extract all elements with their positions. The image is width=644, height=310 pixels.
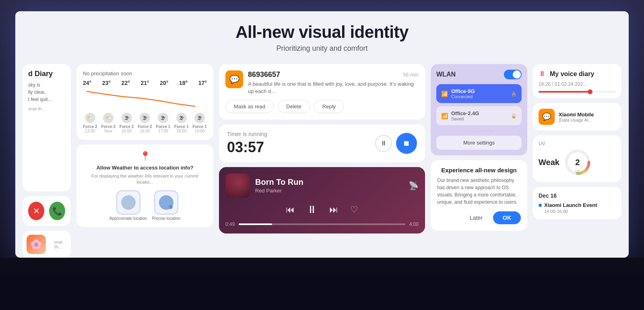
weather-icon-6: 🌫 xyxy=(194,113,205,123)
precise-location-option[interactable]: Precise location xyxy=(152,190,180,221)
weather-icon-2: 🌫 xyxy=(122,113,132,123)
wifi-lock-2: 🔒 xyxy=(511,113,517,119)
approximate-location-inner xyxy=(121,195,136,210)
weather-icon-0: ⛅ xyxy=(85,113,95,123)
temp-1: 23° xyxy=(102,80,111,86)
location-options: Approximate location Precise location xyxy=(83,190,207,221)
voice-pause-icon[interactable]: ⏸ xyxy=(539,70,546,78)
prev-button[interactable]: ⏮ xyxy=(286,205,295,215)
uv-unit: UV xyxy=(575,169,580,173)
music-info: Born To Run Red Parker xyxy=(255,178,403,194)
xiaomi-subtitle: [Data Usage Al... xyxy=(559,118,594,122)
wifi-name-2: Office-2.4G xyxy=(451,110,508,116)
calendar-date: Dec 16 xyxy=(539,192,616,199)
music-title: Born To Run xyxy=(255,178,403,187)
voice-title: My voice diary xyxy=(550,70,594,78)
presentation-subtitle: Prioritizing unity and comfort xyxy=(23,44,621,53)
weather-item-0: ⛅ Force 2 13:00 xyxy=(83,113,97,133)
design-card-body: Our brand new aesthetic philosophy has d… xyxy=(437,177,521,206)
wifi-network-1[interactable]: 📶 Office-5G Connected 🔒 xyxy=(436,84,522,103)
wlan-card: WLAN 📶 Office-5G Connected 🔒 📶 xyxy=(431,64,527,155)
delete-button[interactable]: Delete xyxy=(278,100,310,113)
weather-icons-row: ⛅ Force 2 13:00 ⛅ Force 2 Now 🌫 Force 2 … xyxy=(83,113,207,133)
notification-actions: Mask as read Delete Reply xyxy=(225,100,419,113)
weather-icon-5: 🌫 xyxy=(176,113,187,123)
notification-time: 56 min xyxy=(403,72,419,78)
mask-as-read-button[interactable]: Mask as read xyxy=(225,100,274,113)
design-actions: Later OK xyxy=(437,211,521,224)
xiaomi-message-card: 💬 Xiaomi Mobile [Data Usage Al... xyxy=(533,103,621,130)
notification-phone: 86936657 xyxy=(248,70,280,79)
approximate-location-option[interactable]: Approximate location xyxy=(109,190,147,221)
voice-header: ⏸ My voice diary xyxy=(539,70,616,78)
weather-item-2: 🌫 Force 2 15:00 xyxy=(120,113,134,133)
call-buttons: ✕ 📞 xyxy=(23,196,71,226)
progress-track[interactable] xyxy=(239,223,405,225)
weather-temperatures: 24° 23° 22° 21° 20° 18° 17° xyxy=(83,80,207,86)
weather-item-1: ⛅ Force 2 Now xyxy=(101,113,116,133)
temp-3: 21° xyxy=(140,80,149,86)
widgets-area: d Diary sky islly clear,t feel quit... o… xyxy=(15,60,629,258)
diary-card: d Diary sky islly clear,t feel quit... o… xyxy=(23,64,71,191)
app-icons-row: 🌸 orse th... xyxy=(23,231,71,258)
voice-progress[interactable] xyxy=(539,91,616,93)
timer-stop-button[interactable]: ⏹ xyxy=(396,133,417,154)
precise-location-dot xyxy=(169,205,173,209)
approximate-location-circle xyxy=(116,190,140,215)
uv-strength: Weak xyxy=(539,158,559,167)
timer-info: Timer is running 03:57 xyxy=(227,131,369,156)
presentation-screen: All-new visual identity Prioritizing uni… xyxy=(15,11,629,258)
wifi-network-2[interactable]: 📶 Office-2.4G Saved 🔒 xyxy=(436,106,522,125)
calendar-card: Dec 16 Xiaomi Launch Event 14:00-16:00 xyxy=(533,187,621,219)
timer-label: Timer is running xyxy=(227,131,369,137)
weather-icon-4: 🌫 xyxy=(158,113,168,123)
audience-silhouette xyxy=(0,274,644,310)
wifi-name-1: Office-5G xyxy=(451,88,508,94)
location-title: Allow Weather to access location info? xyxy=(83,165,207,171)
timer-pause-button[interactable]: ⏸ xyxy=(375,135,392,152)
reply-button[interactable]: Reply xyxy=(314,100,344,113)
play-pause-button[interactable]: ⏸ xyxy=(307,203,317,216)
wlan-toggle[interactable] xyxy=(504,70,522,79)
uv-label: UV xyxy=(539,141,616,147)
ok-button[interactable]: OK xyxy=(493,211,521,224)
next-button[interactable]: ⏭ xyxy=(329,205,338,215)
music-header: Born To Run Red Parker 📡 xyxy=(225,174,419,198)
music-time-total: 4:00 xyxy=(409,221,419,227)
weather-icon-1: ⛅ xyxy=(103,113,114,123)
screen-header: All-new visual identity Prioritizing uni… xyxy=(15,11,629,60)
call-end-button[interactable]: ✕ xyxy=(28,202,44,220)
more-settings-button[interactable]: More settings xyxy=(436,136,522,150)
wifi-status-2: Saved xyxy=(451,116,508,121)
progress-fill xyxy=(239,223,272,225)
diary-column: d Diary sky islly clear,t feel quit... o… xyxy=(23,64,71,258)
precise-location-circle xyxy=(154,190,178,215)
weather-item-3: 🌫 Force 2 16:00 xyxy=(138,113,152,133)
temp-4: 20° xyxy=(160,80,168,86)
music-time-current: 0:49 xyxy=(225,221,235,227)
weather-item-6: 🌫 Force 1 19:00 xyxy=(192,113,207,133)
weather-column: No precipitation soon 24° 23° 22° 21° 20… xyxy=(76,64,213,227)
like-button[interactable]: ♡ xyxy=(350,205,358,215)
music-controls: ⏮ ⏸ ⏭ ♡ xyxy=(225,203,419,216)
voice-diary-card: ⏸ My voice diary 16:26 / 01:02:24 202... xyxy=(533,64,621,98)
xiaomi-info: Xiaomi Mobile [Data Usage Al... xyxy=(559,112,594,122)
music-artist: Red Parker xyxy=(255,188,403,194)
xiaomi-app-icon: 💬 xyxy=(539,109,555,125)
cast-icon[interactable]: 📡 xyxy=(409,181,419,190)
wifi-lock-1: 🔒 xyxy=(511,91,517,97)
audience-area xyxy=(0,258,644,310)
uv-row: Weak xyxy=(539,148,616,176)
weather-icon-3: 🌫 xyxy=(140,113,150,123)
later-button[interactable]: Later xyxy=(463,211,489,224)
notification-app-icon: 💬 xyxy=(225,70,243,88)
location-permission-card: 📍 Allow Weather to access location info?… xyxy=(76,145,213,227)
call-accept-button[interactable]: 📞 xyxy=(49,202,65,220)
location-desc: For displaying the weather info relevant… xyxy=(83,173,207,186)
wifi-icon-1: 📶 xyxy=(441,91,448,97)
flower-app-icon[interactable]: 🌸 xyxy=(27,235,46,254)
design-card: Experience all-new design Our brand new … xyxy=(431,160,527,231)
temp-0: 24° xyxy=(83,80,91,86)
notification-body: A beautiful life is one that is filled w… xyxy=(248,81,419,95)
precise-location-label: Precise location xyxy=(152,216,180,221)
